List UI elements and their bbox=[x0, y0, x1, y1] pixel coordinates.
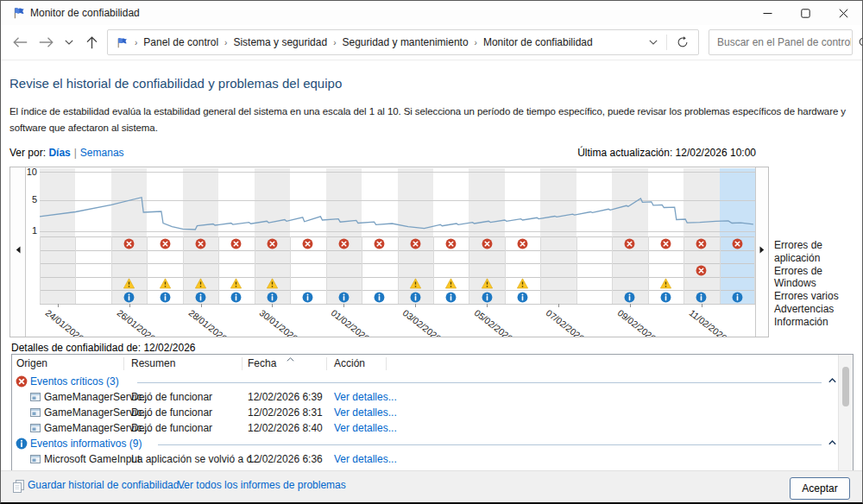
table-scrollbar[interactable] bbox=[838, 355, 853, 470]
table-header-4[interactable]: Acción bbox=[334, 357, 365, 369]
error-icon[interactable] bbox=[410, 238, 421, 249]
warning-icon[interactable] bbox=[267, 278, 278, 289]
chart-gridline bbox=[40, 231, 755, 232]
event-column-gridline bbox=[362, 236, 362, 304]
forward-button[interactable] bbox=[35, 32, 57, 53]
refresh-icon[interactable] bbox=[667, 36, 698, 48]
error-icon[interactable] bbox=[624, 238, 635, 249]
warning-icon[interactable] bbox=[123, 278, 135, 289]
page-description: El índice de estabilidad evalúa la estab… bbox=[9, 104, 855, 136]
close-button[interactable] bbox=[824, 1, 862, 25]
collapse-chevron-icon[interactable] bbox=[828, 440, 836, 445]
scroll-right-arrow-icon[interactable] bbox=[756, 243, 768, 255]
event-row[interactable]: GameManagerServic...Dejó de funcionar12/… bbox=[12, 405, 837, 420]
breadcrumb-item[interactable]: Monitor de confiabilidad bbox=[482, 36, 595, 48]
address-bar[interactable]: ›Panel de control›Sistema y seguridad›Se… bbox=[107, 29, 699, 55]
error-icon[interactable] bbox=[338, 238, 350, 249]
info-icon[interactable] bbox=[374, 292, 385, 303]
info-icon[interactable] bbox=[338, 292, 350, 303]
warning-icon[interactable] bbox=[195, 278, 206, 289]
back-button[interactable] bbox=[9, 32, 31, 53]
error-icon[interactable] bbox=[267, 238, 278, 249]
view-details-link[interactable]: Ver detalles... bbox=[334, 391, 397, 403]
save-history-link[interactable]: Guardar historial de confiabilidad... bbox=[28, 479, 187, 491]
maximize-button[interactable] bbox=[786, 1, 824, 25]
info-icon[interactable] bbox=[696, 292, 707, 303]
info-icon[interactable] bbox=[160, 292, 171, 303]
event-row[interactable]: GameManagerServic...Dejó de funcionar12/… bbox=[12, 420, 837, 436]
warning-icon[interactable] bbox=[517, 278, 528, 289]
x-axis-tick bbox=[58, 304, 59, 307]
warning-icon[interactable] bbox=[160, 278, 171, 289]
info-icon[interactable] bbox=[445, 292, 457, 303]
view-by-days-link[interactable]: Días bbox=[48, 147, 70, 159]
chart-scroll-left[interactable] bbox=[10, 167, 26, 337]
table-header-3[interactable]: Fecha bbox=[248, 357, 276, 369]
legend-item: Errores de aplicación bbox=[774, 239, 862, 265]
legend-item: Errores de Windows bbox=[774, 265, 862, 291]
scroll-left-arrow-icon[interactable] bbox=[10, 243, 25, 255]
collapse-chevron-icon[interactable] bbox=[828, 378, 836, 383]
breadcrumb-item[interactable]: Sistema y seguridad bbox=[231, 36, 329, 48]
view-details-link[interactable]: Ver detalles... bbox=[334, 406, 397, 419]
warning-icon[interactable] bbox=[410, 278, 421, 289]
error-icon[interactable] bbox=[517, 238, 528, 249]
error-icon[interactable] bbox=[195, 238, 206, 249]
up-button[interactable] bbox=[80, 32, 103, 53]
view-details-link[interactable]: Ver detalles... bbox=[334, 422, 397, 434]
error-icon[interactable] bbox=[123, 238, 135, 249]
x-axis-label: 11/02/2026 bbox=[687, 307, 728, 337]
info-icon[interactable] bbox=[410, 292, 421, 303]
info-icon[interactable] bbox=[624, 292, 635, 303]
info-icon[interactable] bbox=[302, 292, 313, 303]
info-icon[interactable] bbox=[123, 292, 135, 303]
event-group-row[interactable]: Eventos informativos (9) bbox=[12, 436, 837, 451]
info-icon[interactable] bbox=[660, 292, 671, 303]
view-details-link[interactable]: Ver detalles... bbox=[334, 453, 397, 465]
accept-button[interactable]: Aceptar bbox=[790, 477, 850, 500]
warning-icon[interactable] bbox=[445, 278, 457, 289]
event-group-row[interactable]: Eventos críticos (3) bbox=[12, 374, 837, 389]
error-icon[interactable] bbox=[302, 238, 313, 249]
search-input[interactable] bbox=[709, 36, 851, 48]
info-icon[interactable] bbox=[732, 292, 743, 303]
recent-pages-chevron-icon[interactable] bbox=[58, 32, 80, 53]
address-dropdown-chevron-icon[interactable] bbox=[640, 40, 666, 45]
info-icon[interactable] bbox=[230, 292, 242, 303]
info-icon[interactable] bbox=[482, 292, 493, 303]
error-icon[interactable] bbox=[696, 265, 707, 276]
warning-icon[interactable] bbox=[482, 278, 493, 289]
view-all-reports-link[interactable]: Ver todos los informes de problemas bbox=[178, 479, 346, 491]
error-icon[interactable] bbox=[230, 238, 242, 249]
chart-y-axis: 1051 bbox=[26, 167, 39, 337]
info-icon[interactable] bbox=[267, 292, 278, 303]
error-icon[interactable] bbox=[482, 238, 493, 249]
sort-ascending-icon[interactable] bbox=[287, 357, 294, 362]
error-icon[interactable] bbox=[732, 238, 743, 249]
minimize-button[interactable] bbox=[748, 1, 786, 25]
x-axis-label: 30/01/2026 bbox=[258, 307, 300, 337]
table-header-2[interactable]: Resumen bbox=[131, 357, 175, 369]
search-icon[interactable] bbox=[851, 37, 863, 48]
error-icon[interactable] bbox=[160, 238, 171, 249]
breadcrumb-item[interactable]: Panel de control bbox=[142, 36, 220, 48]
event-row[interactable]: GameManagerServic...Dejó de funcionar12/… bbox=[12, 389, 837, 405]
application-icon bbox=[30, 423, 41, 433]
table-header-1[interactable]: Origen bbox=[16, 357, 47, 369]
error-icon[interactable] bbox=[660, 238, 671, 249]
event-row[interactable]: Microsoft GameInputLa aplicación se volv… bbox=[12, 451, 837, 467]
event-group-label: Eventos críticos (3) bbox=[30, 375, 119, 387]
warning-icon[interactable] bbox=[230, 278, 242, 289]
error-icon[interactable] bbox=[445, 238, 457, 249]
table-header-separator bbox=[123, 357, 124, 370]
view-by-weeks-link[interactable]: Semanas bbox=[80, 147, 124, 159]
chart-scroll-right[interactable] bbox=[755, 167, 768, 337]
error-icon[interactable] bbox=[696, 238, 707, 249]
info-icon[interactable] bbox=[517, 292, 528, 303]
event-column-gridline bbox=[398, 236, 399, 304]
info-icon[interactable] bbox=[195, 292, 206, 303]
error-icon[interactable] bbox=[374, 238, 385, 249]
breadcrumb-item[interactable]: Seguridad y mantenimiento bbox=[341, 36, 470, 48]
warning-icon[interactable] bbox=[660, 278, 671, 289]
scrollbar-thumb[interactable] bbox=[842, 367, 849, 406]
